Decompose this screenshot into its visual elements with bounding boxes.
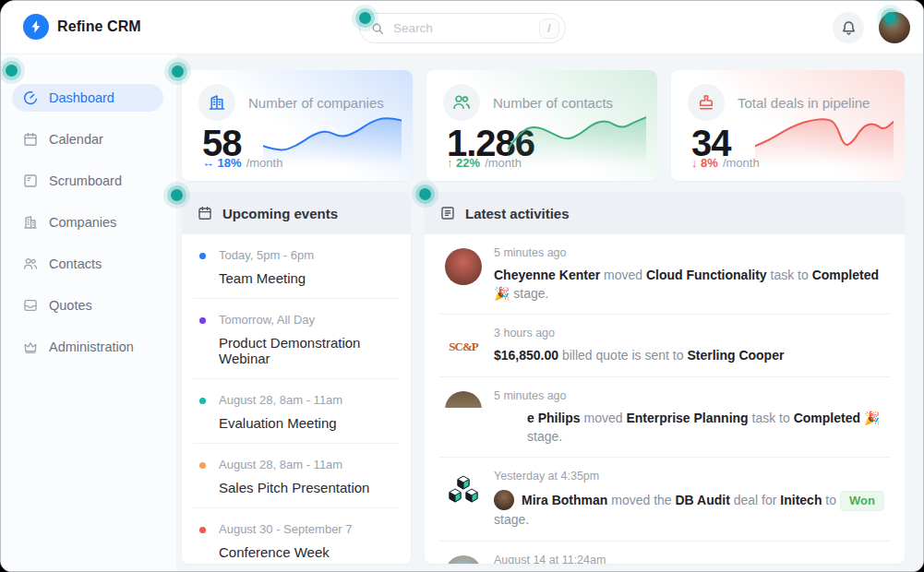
activity-timestamp: August 14 at 11:24am [494, 554, 867, 564]
event-color-dot [199, 527, 206, 533]
stat-title: Total deals in pipeline [738, 95, 870, 111]
latest-activities-header: Latest activities [425, 192, 905, 234]
notifications-button[interactable] [833, 12, 864, 43]
activity-timestamp: 3 hours ago [494, 327, 784, 340]
activity-text: Mira Bothman moved the DB Audit deal for… [494, 490, 890, 530]
sidebar-nav: DashboardCalendarScrumboardCompaniesCont… [1, 54, 176, 571]
search-bar[interactable]: / [359, 13, 566, 43]
annotation-marker [884, 12, 896, 24]
bell-icon [841, 20, 857, 36]
event-color-dot [199, 253, 206, 259]
activity-avatar [445, 391, 482, 428]
latest-activities-panel: Latest activities 5 minutes agoCheyenne … [425, 192, 905, 564]
annotation-marker [171, 189, 183, 201]
dashboard-icon [23, 90, 38, 105]
contacts-icon [443, 84, 480, 121]
sidebar-item-dashboard[interactable]: Dashboard [12, 84, 163, 112]
page-body: DashboardCalendarScrumboardCompaniesCont… [1, 54, 923, 571]
event-list-item[interactable]: Tomorrow, All DayProduct Demonstration W… [193, 299, 400, 379]
lightning-bolt-icon [23, 14, 49, 40]
sidebar-item-label: Contacts [49, 256, 102, 271]
annotation-marker [419, 188, 431, 200]
sidebar-item-companies[interactable]: Companies [12, 209, 163, 236]
event-date: August 28, 8am - 11am [219, 458, 396, 471]
stat-title: Number of companies [248, 95, 384, 111]
crown-icon [23, 340, 38, 354]
activity-list-item: 5 minutes agoe Philips moved Enterprise … [439, 377, 890, 458]
list-icon [440, 206, 455, 220]
bank-icon [198, 84, 235, 121]
event-color-dot [199, 462, 206, 469]
annotation-marker [6, 65, 18, 77]
sidebar-item-scrumboard[interactable]: Scrumboard [12, 167, 163, 195]
activity-text: e Philips moved Enterprise Planning task… [527, 410, 890, 446]
upcoming-events-panel: Upcoming events Today, 5pm - 6pmTeam Mee… [182, 192, 411, 564]
annotation-marker [359, 12, 371, 24]
stat-cards-row: Number of companies58↔ 18%/monthNumber o… [182, 70, 905, 181]
event-date: Today, 5pm - 6pm [219, 248, 396, 262]
stat-trend: ↓ 8%/month [691, 156, 760, 170]
activity-text: Cheyenne Kenter moved Cloud Functionalit… [494, 267, 890, 303]
activity-timestamp: Yesterday at 4:35pm [494, 470, 890, 483]
sidebar-item-label: Scrumboard [49, 173, 122, 188]
sidebar-item-administration[interactable]: Administration [12, 333, 163, 361]
app-logo[interactable]: Refine CRM [23, 14, 141, 40]
stat-card-number-of-companies: Number of companies58↔ 18%/month [182, 70, 413, 181]
sidebar-item-label: Dashboard [49, 90, 114, 105]
event-date: Tomorrow, All Day [219, 313, 396, 327]
event-title: Product Demonstration Webinar [219, 335, 396, 366]
stamp-icon [688, 84, 725, 121]
sidebar-item-label: Quotes [49, 298, 92, 313]
stat-trend: ↑ 22%/month [447, 156, 522, 170]
activity-avatar [445, 248, 482, 285]
activity-list-item: August 14 at 11:24amJames Stanton added … [439, 542, 890, 564]
activity-timestamp: 5 minutes ago [494, 246, 890, 259]
quotes-icon [23, 298, 38, 313]
activities-list: 5 minutes agoCheyenne Kenter moved Cloud… [425, 234, 905, 564]
stat-trend: ↔ 18%/month [202, 156, 282, 170]
event-list-item[interactable]: August 28, 8am - 11amSales Pitch Present… [193, 444, 400, 508]
sidebar-item-quotes[interactable]: Quotes [12, 292, 163, 319]
event-title: Conference Week [219, 544, 396, 560]
event-date: August 30 - September 7 [219, 522, 396, 536]
activity-avatar [445, 555, 482, 564]
stat-title: Number of contacts [493, 95, 613, 111]
contacts-icon [23, 256, 38, 271]
upcoming-events-header: Upcoming events [182, 192, 411, 234]
company-logo: SC&P [445, 328, 482, 365]
sparkline-chart [508, 109, 646, 166]
building-icon [23, 215, 38, 230]
event-color-dot [199, 317, 206, 324]
sidebar-item-label: Companies [49, 215, 116, 230]
sparkline-chart [755, 109, 894, 166]
annotation-marker [172, 66, 184, 77]
sparkline-chart [263, 109, 402, 166]
sidebar-item-calendar[interactable]: Calendar [12, 125, 163, 153]
event-list-item[interactable]: August 30 - September 7Conference Week [193, 508, 400, 564]
activity-list-item: SC&P3 hours ago$16,850.00 billed quote i… [439, 315, 890, 377]
won-stage-badge: Won [840, 491, 884, 511]
event-date: August 28, 8am - 11am [219, 393, 396, 407]
calendar-icon [198, 206, 212, 220]
search-input[interactable] [391, 20, 532, 36]
activity-timestamp: 5 minutes ago [494, 389, 890, 402]
activity-list-item: Yesterday at 4:35pmMira Bothman moved th… [439, 458, 890, 542]
calendar-icon [23, 132, 38, 147]
app-title: Refine CRM [57, 18, 141, 35]
event-list-item[interactable]: Today, 5pm - 6pmTeam Meeting [193, 234, 400, 299]
event-list-item[interactable]: August 28, 8am - 11amEvaluation Meeting [193, 379, 400, 444]
events-list: Today, 5pm - 6pmTeam MeetingTomorrow, Al… [182, 234, 411, 564]
sidebar-item-label: Administration [49, 340, 134, 354]
upcoming-events-title: Upcoming events [222, 206, 338, 221]
event-color-dot [199, 398, 206, 404]
search-shortcut-key: / [539, 18, 559, 39]
stat-card-number-of-contacts: Number of contacts1.286↑ 22%/month [426, 70, 657, 181]
mini-avatar [494, 490, 514, 510]
main-content: Number of companies58↔ 18%/monthNumber o… [176, 54, 923, 571]
top-header: Refine CRM / [1, 1, 923, 54]
company-logo-cubes [445, 471, 482, 508]
activity-list-item: 5 minutes agoCheyenne Kenter moved Cloud… [439, 234, 890, 315]
sidebar-item-contacts[interactable]: Contacts [12, 250, 163, 278]
activity-text: $16,850.00 billed quote is sent to Sterl… [494, 347, 784, 365]
event-title: Evaluation Meeting [219, 415, 396, 431]
